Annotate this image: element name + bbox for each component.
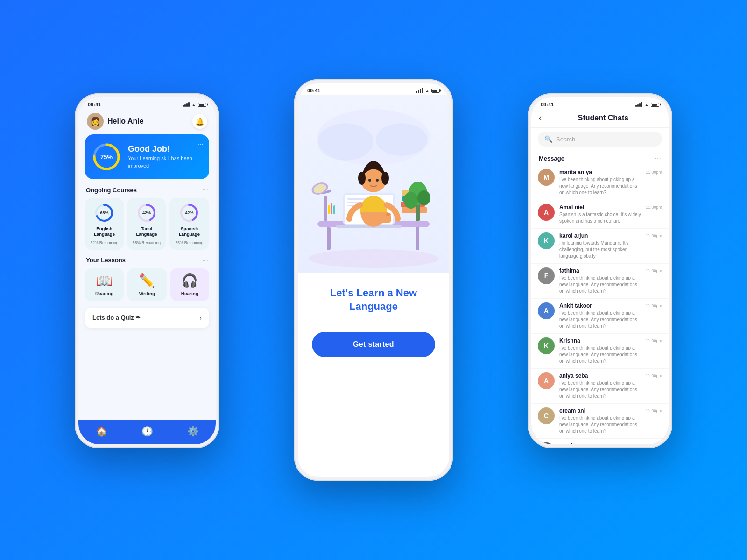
svg-rect-40 bbox=[328, 205, 330, 214]
chat-name: aniya seba bbox=[559, 372, 641, 379]
progress-percent: 75% bbox=[100, 154, 113, 161]
back-button[interactable]: ‹ bbox=[539, 113, 542, 123]
lesson-card-reading[interactable]: 📖 Reading bbox=[85, 268, 124, 301]
chat-info: Ankit takoor I've been thinking about pi… bbox=[559, 302, 641, 329]
chat-content: ‹ Student Chats 🔍 Search Message ··· M m… bbox=[531, 109, 669, 444]
quiz-bar[interactable]: Lets do a Quiz ✒ › bbox=[85, 308, 209, 328]
lesson-card-hearing[interactable]: 🎧 Hearing bbox=[170, 268, 209, 301]
status-bar-center: 09:41 ▲ bbox=[298, 83, 449, 95]
chat-preview: I've been thinking about picking up a ne… bbox=[559, 415, 641, 434]
svg-rect-42 bbox=[333, 205, 335, 214]
courses-label: Ongoing Courses bbox=[86, 187, 137, 194]
chat-name: Ankit takoor bbox=[559, 302, 641, 309]
svg-point-27 bbox=[417, 190, 430, 205]
chat-time: 11:00pm bbox=[646, 408, 662, 413]
chat-time: 11:00pm bbox=[646, 373, 662, 378]
chat-preview: I've been thinking about picking up a ne… bbox=[559, 380, 641, 399]
status-icons-left: ▲ bbox=[183, 102, 206, 107]
messages-menu-dots[interactable]: ··· bbox=[655, 154, 661, 162]
hearing-label: Hearing bbox=[181, 291, 198, 296]
chat-time: 11:00pm bbox=[646, 338, 662, 343]
nav-clock-icon[interactable]: 🕐 bbox=[141, 426, 153, 437]
dash-header: 👩 Hello Anie 🔔 bbox=[78, 109, 216, 133]
svg-rect-20 bbox=[402, 207, 427, 213]
chat-item[interactable]: A Amal niel Spanish is a fantastic choic… bbox=[531, 200, 669, 229]
chat-item[interactable]: K Krishna I've been thinking about picki… bbox=[531, 334, 669, 369]
chat-avatar: A bbox=[538, 372, 555, 389]
svg-point-9 bbox=[317, 123, 374, 161]
svg-point-10 bbox=[376, 123, 427, 156]
chat-time: 11:00pm bbox=[646, 303, 662, 308]
chat-name: marita aniya bbox=[559, 169, 641, 175]
phone-center: 09:41 ▲ bbox=[294, 79, 453, 481]
chat-name: Krishna bbox=[559, 337, 641, 344]
courses-menu-dots[interactable]: ··· bbox=[202, 186, 208, 194]
course-card-spanish[interactable]: 42% Spanish Language 75% Remaining bbox=[169, 198, 209, 250]
progress-title: Good Job! bbox=[128, 144, 203, 154]
svg-point-32 bbox=[358, 172, 366, 185]
chat-item[interactable]: V vandana v I've been thinking about pic… bbox=[531, 439, 669, 444]
search-icon: 🔍 bbox=[544, 135, 552, 143]
chat-preview: I've been thinking about picking up a ne… bbox=[559, 310, 641, 329]
course-card-tamil[interactable]: 42% Tamil Language 58% Remaining bbox=[127, 198, 166, 250]
progress-menu-dots[interactable]: ··· bbox=[197, 140, 204, 148]
nav-settings-icon[interactable]: ⚙️ bbox=[187, 426, 199, 437]
chat-info: fathima I've been thinking about picking… bbox=[559, 267, 641, 294]
chat-time: 11:00pm bbox=[646, 170, 662, 175]
chat-title: Student Chats bbox=[545, 114, 661, 122]
nav-home-icon[interactable]: 🏠 bbox=[96, 426, 107, 437]
chat-preview: I've been thinking about picking up a ne… bbox=[559, 345, 641, 364]
chat-preview: I've been thinking about picking up a ne… bbox=[559, 275, 641, 294]
chat-avatar: A bbox=[538, 302, 555, 319]
search-bar[interactable]: 🔍 Search bbox=[538, 132, 662, 147]
chat-info: Krishna I've been thinking about picking… bbox=[559, 337, 641, 364]
svg-rect-13 bbox=[416, 227, 419, 250]
time-center: 09:41 bbox=[307, 88, 320, 93]
progress-card: 75% Good Job! Your Learning skill has be… bbox=[85, 134, 209, 179]
reading-icon: 📖 bbox=[96, 273, 113, 288]
quiz-label: Lets do a Quiz ✒ bbox=[92, 314, 141, 321]
splash-svg bbox=[299, 100, 448, 268]
chat-item[interactable]: F fathima I've been thinking about picki… bbox=[531, 264, 669, 299]
chat-avatar: F bbox=[538, 267, 555, 284]
chat-time: 11:00pm bbox=[646, 268, 662, 273]
chat-name: Amal niel bbox=[559, 204, 641, 210]
progress-text: Good Job! Your Learning skill has been i… bbox=[128, 144, 203, 169]
phone-left: 09:41 ▲ 👩 Hello Anie 🔔 bbox=[75, 93, 219, 448]
status-bar-left: 09:41 ▲ bbox=[78, 97, 216, 109]
hearing-icon: 🎧 bbox=[182, 273, 198, 288]
chat-item[interactable]: A Ankit takoor I've been thinking about … bbox=[531, 299, 669, 334]
chat-info: karol arjun I'm leaning towards Mandarin… bbox=[559, 232, 641, 259]
chat-time: 11:00pm bbox=[646, 205, 662, 210]
messages-label: Message bbox=[539, 155, 564, 162]
courses-row: 68% English Language 32% Remaining 42% bbox=[78, 198, 216, 254]
chat-name: fathima bbox=[559, 267, 641, 274]
get-started-button[interactable]: Get started bbox=[312, 332, 435, 357]
chat-preview: I'm leaning towards Mandarin. It's chall… bbox=[559, 240, 641, 259]
chat-avatar: K bbox=[538, 337, 555, 354]
splash-text: Let's Learn a New Language bbox=[298, 273, 449, 332]
chat-preview: I've been thinking about picking up a ne… bbox=[559, 176, 641, 196]
lesson-card-writing[interactable]: ✏️ Writing bbox=[127, 268, 166, 301]
splash-illustration bbox=[298, 95, 449, 273]
chat-item[interactable]: C cream ani I've been thinking about pic… bbox=[531, 404, 669, 439]
notification-button[interactable]: 🔔 bbox=[192, 114, 207, 129]
chat-info: aniya seba I've been thinking about pick… bbox=[559, 372, 641, 399]
messages-header: Message ··· bbox=[531, 150, 669, 165]
writing-icon: ✏️ bbox=[139, 273, 155, 288]
chat-header: ‹ Student Chats bbox=[531, 109, 669, 128]
svg-point-35 bbox=[376, 179, 379, 182]
chat-avatar: M bbox=[538, 169, 555, 186]
chat-item[interactable]: M marita aniya I've been thinking about … bbox=[531, 165, 669, 200]
chat-item[interactable]: A aniya seba I've been thinking about pi… bbox=[531, 369, 669, 404]
chat-avatar: A bbox=[538, 204, 555, 221]
chat-avatar: K bbox=[538, 232, 555, 249]
course-card-english[interactable]: 68% English Language 32% Remaining bbox=[85, 198, 124, 250]
lessons-menu-dots[interactable]: ··· bbox=[202, 256, 208, 265]
chat-item[interactable]: K karol arjun I'm leaning towards Mandar… bbox=[531, 229, 669, 264]
search-placeholder: Search bbox=[556, 136, 575, 143]
wifi-icon: ▲ bbox=[191, 102, 196, 107]
writing-label: Writing bbox=[139, 291, 155, 296]
phone-right: 09:41 ▲ ‹ Student Chats 🔍 Search Mess bbox=[528, 93, 672, 448]
lessons-section-header: Your Lessons ··· bbox=[78, 254, 216, 268]
